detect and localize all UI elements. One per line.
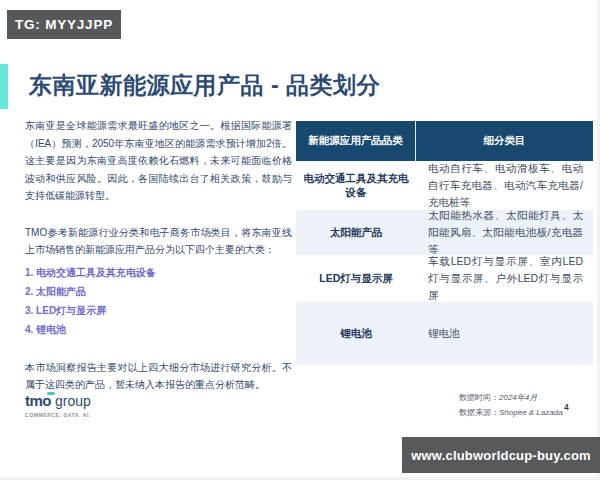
data-time-label: 数据时间：: [459, 393, 499, 402]
table-cell-subcategories: 锂电池: [416, 302, 593, 365]
tmo-group-logo: tmogroup COMMERCE. DATA. AI.: [25, 392, 91, 418]
table-cell-category: 电动交通工具及其充电设备: [296, 161, 416, 210]
table-row: 电动交通工具及其充电设备 电动自行车、电动滑板车、电动自行车充电器、电动汽车充电…: [296, 161, 593, 210]
intro-paragraph-1: 东南亚是全球能源需求最旺盛的地区之一。根据国际能源署（IEA）预测，2050年东…: [25, 117, 292, 205]
table-cell-subcategories: 车载LED灯与显示屏、室内LED灯与显示屏、户外LED灯与显示屏: [416, 255, 593, 302]
table-row: 太阳能产品 太阳能热水器、太阳能灯具、太阳能风扇、太阳能电池板/充电器等: [296, 210, 593, 255]
table-header-row: 新能源应用产品品类 细分类目: [296, 121, 593, 161]
tmo-group-logo-text: tmogroup: [25, 392, 91, 410]
data-source-line: 数据来源：Shopee & Lazada: [459, 405, 563, 420]
table-cell-category: 太阳能产品: [296, 210, 416, 255]
data-source-label: 数据来源：: [459, 408, 499, 417]
data-source-value: Shopee & Lazada: [499, 408, 563, 417]
table-cell-subcategories: 太阳能热水器、太阳能灯具、太阳能风扇、太阳能电池板/充电器等: [416, 210, 593, 255]
logo-teal-accent: [47, 392, 55, 395]
page-title: 东南亚新能源应用产品 - 品类划分: [29, 70, 569, 101]
slide-page: TG: MYYJJPP 东南亚新能源应用产品 - 品类划分 东南亚是全球能源需求…: [0, 0, 600, 480]
watermark-url-banner: www.clubworldcup-buy.com: [402, 437, 600, 473]
table-header-category: 新能源应用产品品类: [296, 121, 416, 161]
title-accent-bar: [0, 64, 8, 109]
logo-tmo-text: tmo: [25, 392, 51, 409]
table-row: 锂电池 锂电池: [296, 302, 593, 365]
data-time-value: 2024年4月: [499, 393, 537, 402]
logo-group-text: group: [55, 393, 91, 409]
telegram-badge: TG: MYYJJPP: [7, 10, 121, 39]
data-source-info: 数据时间：2024年4月 数据来源：Shopee & Lazada: [459, 390, 563, 420]
category-list-item-4: 4. 锂电池: [25, 324, 292, 335]
category-list-item-2: 2. 太阳能产品: [25, 286, 292, 297]
category-table: 新能源应用产品品类 细分类目 电动交通工具及其充电设备 电动自行车、电动滑板车、…: [296, 121, 593, 365]
page-number: 4: [564, 402, 569, 412]
table-cell-category: LED灯与显示屏: [296, 255, 416, 302]
intro-paragraph-3: 本市场洞察报告主要对以上四大细分市场进行研究分析。不属于这四类的产品，暂未纳入本…: [25, 359, 292, 394]
category-list-item-3: 3. LED灯与显示屏: [25, 305, 292, 316]
data-time-line: 数据时间：2024年4月: [459, 390, 563, 405]
table-header-subcategory: 细分类目: [416, 121, 593, 161]
logo-tagline: COMMERCE. DATA. AI.: [25, 412, 91, 418]
table-cell-category: 锂电池: [296, 302, 416, 365]
intro-paragraph-2: TMO参考新能源行业分类和电子商务市场类目，将东南亚线上市场销售的新能源应用产品…: [25, 224, 292, 259]
table-row: LED灯与显示屏 车载LED灯与显示屏、室内LED灯与显示屏、户外LED灯与显示…: [296, 255, 593, 302]
category-list-item-1: 1. 电动交通工具及其充电设备: [25, 267, 292, 278]
category-list: 1. 电动交通工具及其充电设备 2. 太阳能产品 3. LED灯与显示屏 4. …: [25, 267, 292, 335]
intro-text-column: 东南亚是全球能源需求最旺盛的地区之一。根据国际能源署（IEA）预测，2050年东…: [25, 117, 292, 394]
table-cell-subcategories: 电动自行车、电动滑板车、电动自行车充电器、电动汽车充电器/充电桩等: [416, 161, 593, 210]
